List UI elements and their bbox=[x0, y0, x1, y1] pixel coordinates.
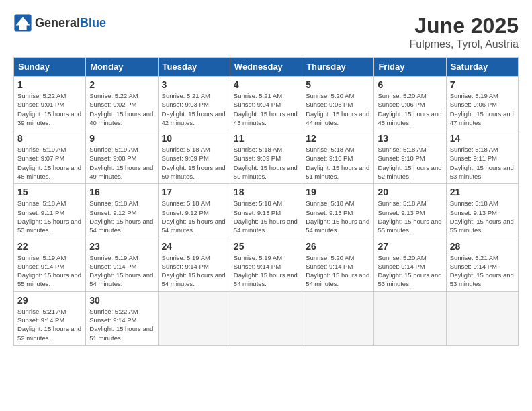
day-number: 22 bbox=[17, 241, 82, 252]
day-info: Sunrise: 5:18 AMSunset: 9:12 PMDaylight:… bbox=[162, 199, 226, 234]
calendar-cell: 24 Sunrise: 5:19 AMSunset: 9:14 PMDaylig… bbox=[158, 238, 230, 291]
calendar-cell bbox=[446, 291, 518, 345]
day-number: 25 bbox=[234, 241, 298, 252]
calendar-cell: 11 Sunrise: 5:18 AMSunset: 9:09 PMDaylig… bbox=[230, 130, 302, 184]
day-info: Sunrise: 5:22 AMSunset: 9:02 PMDaylight:… bbox=[89, 92, 153, 126]
day-number: 4 bbox=[234, 79, 298, 90]
calendar-cell bbox=[158, 291, 230, 345]
calendar-cell: 15 Sunrise: 5:18 AMSunset: 9:11 PMDaylig… bbox=[14, 184, 86, 238]
day-number: 12 bbox=[306, 133, 370, 144]
calendar-cell: 27 Sunrise: 5:20 AMSunset: 9:14 PMDaylig… bbox=[374, 238, 446, 291]
calendar-cell: 6 Sunrise: 5:20 AMSunset: 9:06 PMDayligh… bbox=[374, 77, 446, 130]
day-info: Sunrise: 5:18 AMSunset: 9:10 PMDaylight:… bbox=[378, 146, 441, 180]
calendar-cell: 8 Sunrise: 5:19 AMSunset: 9:07 PMDayligh… bbox=[14, 130, 86, 184]
day-number: 20 bbox=[378, 187, 442, 197]
day-number: 21 bbox=[450, 187, 515, 197]
day-number: 11 bbox=[234, 133, 298, 144]
calendar-cell: 16 Sunrise: 5:18 AMSunset: 9:12 PMDaylig… bbox=[86, 184, 158, 238]
day-number: 13 bbox=[378, 133, 442, 144]
day-info: Sunrise: 5:19 AMSunset: 9:14 PMDaylight:… bbox=[234, 254, 298, 288]
calendar-cell: 4 Sunrise: 5:21 AMSunset: 9:04 PMDayligh… bbox=[230, 77, 302, 130]
calendar-cell: 10 Sunrise: 5:18 AMSunset: 9:09 PMDaylig… bbox=[158, 130, 230, 184]
header: GeneralBlue June 2025 Fulpmes, Tyrol, Au… bbox=[13, 13, 519, 50]
calendar-cell: 18 Sunrise: 5:18 AMSunset: 9:13 PMDaylig… bbox=[230, 184, 302, 238]
day-number: 7 bbox=[450, 79, 515, 90]
day-number: 5 bbox=[306, 79, 370, 90]
calendar-cell: 5 Sunrise: 5:20 AMSunset: 9:05 PMDayligh… bbox=[302, 77, 374, 130]
day-number: 10 bbox=[162, 133, 226, 144]
calendar-cell: 30 Sunrise: 5:22 AMSunset: 9:14 PMDaylig… bbox=[86, 291, 158, 345]
day-number: 29 bbox=[17, 295, 82, 306]
calendar-cell: 7 Sunrise: 5:19 AMSunset: 9:06 PMDayligh… bbox=[446, 77, 518, 130]
day-number: 9 bbox=[89, 133, 154, 144]
day-number: 30 bbox=[89, 295, 154, 306]
day-info: Sunrise: 5:21 AMSunset: 9:14 PMDaylight:… bbox=[17, 308, 81, 342]
weekday-header-tuesday: Tuesday bbox=[158, 58, 230, 77]
day-number: 14 bbox=[450, 133, 515, 144]
day-info: Sunrise: 5:19 AMSunset: 9:08 PMDaylight:… bbox=[89, 146, 153, 180]
day-info: Sunrise: 5:20 AMSunset: 9:14 PMDaylight:… bbox=[378, 254, 441, 288]
day-number: 8 bbox=[17, 133, 82, 144]
day-number: 23 bbox=[89, 241, 154, 252]
day-info: Sunrise: 5:21 AMSunset: 9:03 PMDaylight:… bbox=[162, 92, 226, 126]
calendar-cell: 2 Sunrise: 5:22 AMSunset: 9:02 PMDayligh… bbox=[86, 77, 158, 130]
calendar-cell: 1 Sunrise: 5:22 AMSunset: 9:01 PMDayligh… bbox=[14, 77, 86, 130]
day-info: Sunrise: 5:19 AMSunset: 9:14 PMDaylight:… bbox=[162, 254, 226, 288]
day-number: 24 bbox=[162, 241, 226, 252]
title-area: June 2025 Fulpmes, Tyrol, Austria bbox=[410, 13, 519, 50]
calendar-cell: 29 Sunrise: 5:21 AMSunset: 9:14 PMDaylig… bbox=[14, 291, 86, 345]
day-info: Sunrise: 5:22 AMSunset: 9:01 PMDaylight:… bbox=[17, 92, 81, 126]
calendar-subtitle: Fulpmes, Tyrol, Austria bbox=[410, 38, 519, 50]
calendar-cell bbox=[374, 291, 446, 345]
calendar-cell: 26 Sunrise: 5:20 AMSunset: 9:14 PMDaylig… bbox=[302, 238, 374, 291]
calendar-table: SundayMondayTuesdayWednesdayThursdayFrid… bbox=[13, 57, 519, 346]
day-info: Sunrise: 5:21 AMSunset: 9:14 PMDaylight:… bbox=[450, 254, 514, 288]
day-info: Sunrise: 5:19 AMSunset: 9:06 PMDaylight:… bbox=[450, 92, 514, 126]
weekday-header-wednesday: Wednesday bbox=[230, 58, 302, 77]
day-number: 15 bbox=[17, 187, 82, 197]
day-number: 17 bbox=[162, 187, 226, 197]
day-info: Sunrise: 5:19 AMSunset: 9:07 PMDaylight:… bbox=[17, 146, 81, 180]
day-number: 6 bbox=[378, 79, 442, 90]
calendar-cell bbox=[302, 291, 374, 345]
weekday-header-sunday: Sunday bbox=[14, 58, 86, 77]
day-info: Sunrise: 5:19 AMSunset: 9:14 PMDaylight:… bbox=[17, 254, 81, 288]
calendar-cell: 28 Sunrise: 5:21 AMSunset: 9:14 PMDaylig… bbox=[446, 238, 518, 291]
day-info: Sunrise: 5:18 AMSunset: 9:13 PMDaylight:… bbox=[450, 199, 514, 234]
logo-icon bbox=[13, 13, 32, 32]
calendar-cell: 13 Sunrise: 5:18 AMSunset: 9:10 PMDaylig… bbox=[374, 130, 446, 184]
logo: GeneralBlue bbox=[13, 13, 106, 32]
calendar-cell: 21 Sunrise: 5:18 AMSunset: 9:13 PMDaylig… bbox=[446, 184, 518, 238]
day-info: Sunrise: 5:21 AMSunset: 9:04 PMDaylight:… bbox=[234, 92, 298, 126]
day-info: Sunrise: 5:18 AMSunset: 9:12 PMDaylight:… bbox=[89, 199, 153, 234]
day-info: Sunrise: 5:18 AMSunset: 9:13 PMDaylight:… bbox=[306, 199, 369, 234]
calendar-cell: 22 Sunrise: 5:19 AMSunset: 9:14 PMDaylig… bbox=[14, 238, 86, 291]
calendar-cell: 23 Sunrise: 5:19 AMSunset: 9:14 PMDaylig… bbox=[86, 238, 158, 291]
day-info: Sunrise: 5:18 AMSunset: 9:13 PMDaylight:… bbox=[234, 199, 298, 234]
calendar-cell: 9 Sunrise: 5:19 AMSunset: 9:08 PMDayligh… bbox=[86, 130, 158, 184]
day-info: Sunrise: 5:18 AMSunset: 9:09 PMDaylight:… bbox=[234, 146, 298, 180]
day-number: 16 bbox=[89, 187, 154, 197]
calendar-cell: 20 Sunrise: 5:18 AMSunset: 9:13 PMDaylig… bbox=[374, 184, 446, 238]
day-number: 26 bbox=[306, 241, 370, 252]
weekday-header-friday: Friday bbox=[374, 58, 446, 77]
logo-text-blue: Blue bbox=[80, 16, 106, 30]
calendar-title: June 2025 bbox=[410, 13, 519, 38]
weekday-header-saturday: Saturday bbox=[446, 58, 518, 77]
logo-text-general: General bbox=[35, 16, 80, 30]
day-number: 1 bbox=[17, 79, 82, 90]
day-info: Sunrise: 5:20 AMSunset: 9:06 PMDaylight:… bbox=[378, 92, 441, 126]
day-number: 28 bbox=[450, 241, 515, 252]
day-number: 27 bbox=[378, 241, 442, 252]
day-info: Sunrise: 5:22 AMSunset: 9:14 PMDaylight:… bbox=[89, 308, 153, 342]
calendar-cell bbox=[230, 291, 302, 345]
day-number: 18 bbox=[234, 187, 298, 197]
calendar-cell: 19 Sunrise: 5:18 AMSunset: 9:13 PMDaylig… bbox=[302, 184, 374, 238]
day-number: 2 bbox=[89, 79, 154, 90]
day-info: Sunrise: 5:18 AMSunset: 9:11 PMDaylight:… bbox=[17, 199, 81, 234]
weekday-header-thursday: Thursday bbox=[302, 58, 374, 77]
calendar-cell: 3 Sunrise: 5:21 AMSunset: 9:03 PMDayligh… bbox=[158, 77, 230, 130]
day-info: Sunrise: 5:18 AMSunset: 9:13 PMDaylight:… bbox=[378, 199, 441, 234]
day-number: 19 bbox=[306, 187, 370, 197]
day-number: 3 bbox=[162, 79, 226, 90]
